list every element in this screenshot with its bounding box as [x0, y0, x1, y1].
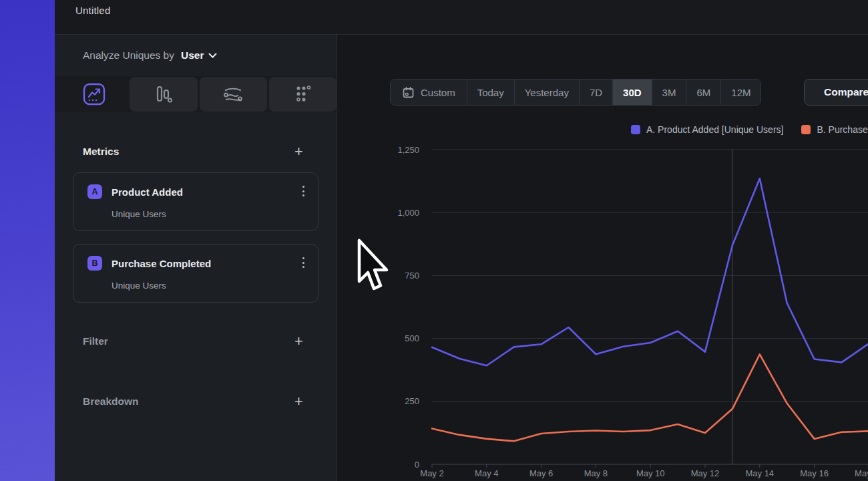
x-axis-tick-label: May 4: [475, 468, 498, 478]
y-axis-tick-label: 750: [405, 271, 419, 281]
metric-measure[interactable]: Unique Users: [112, 209, 166, 219]
add-metric-button[interactable]: +: [294, 147, 304, 156]
tab-line-chart[interactable]: [60, 77, 128, 112]
mouse-cursor-icon: [356, 238, 389, 297]
y-axis-tick-label: 250: [405, 396, 419, 406]
filter-label: Filter: [83, 335, 108, 347]
x-axis-tick-label: May 12: [691, 468, 720, 478]
chart-type-tabs: [55, 76, 337, 112]
x-axis-tick-label: May 2: [420, 468, 443, 478]
y-axis-tick-label: 0: [415, 460, 419, 470]
tab-grid-dots[interactable]: [269, 77, 337, 112]
x-axis-tick-label: May 14: [745, 468, 774, 478]
series-line-b: [432, 354, 868, 441]
legend-label: A. Product Added [Unique Users]: [646, 124, 783, 135]
legend-swatch: [631, 125, 640, 134]
series-line-a: [432, 178, 868, 365]
x-axis-tick-label: May 6: [529, 468, 553, 478]
chart-legend: A. Product Added [Unique Users]B. Purcha…: [631, 123, 868, 136]
range-button-7d[interactable]: 7D: [579, 79, 612, 105]
range-button-3m[interactable]: 3M: [652, 79, 686, 105]
add-filter-button[interactable]: +: [294, 337, 304, 346]
y-axis-tick-label: 500: [405, 333, 419, 343]
report-title[interactable]: Untitled: [75, 5, 110, 16]
range-button-6m[interactable]: 6M: [686, 79, 720, 105]
x-axis-tick-label: May 8: [584, 468, 608, 478]
metric-list: AProduct AddedUnique UsersBPurchase Comp…: [73, 172, 318, 315]
analytics-app-window: Untitled Analyze Uniques by User: [55, 0, 868, 481]
metric-badge-b: B: [87, 256, 102, 271]
kebab-menu-icon[interactable]: [302, 257, 304, 268]
screenshot-stage: Untitled Analyze Uniques by User: [0, 0, 868, 481]
range-button-30d[interactable]: 30D: [612, 79, 652, 105]
grid-dots-icon: [290, 83, 314, 106]
analyze-by-value-dropdown[interactable]: User: [181, 49, 204, 61]
legend-item-b[interactable]: B. Purchase Completed [Unique Users]: [801, 123, 868, 136]
bar-chart-icon: [152, 83, 176, 106]
range-button-yesterday[interactable]: Yesterday: [514, 79, 579, 105]
metric-card-purchase-completed[interactable]: BPurchase CompletedUnique Users: [73, 244, 318, 303]
add-breakdown-button[interactable]: +: [294, 397, 304, 406]
y-axis-tick-label: 1,000: [397, 208, 419, 218]
analyze-by-row: Analyze Uniques by User: [55, 35, 337, 76]
chart-panel: 02505007501,0001,250May 2May 4May 6May 8…: [337, 35, 868, 481]
range-button-custom[interactable]: Custom: [391, 79, 467, 105]
stream-chart-icon: [220, 83, 246, 106]
metrics-title: Metrics: [83, 146, 119, 158]
calendar-icon: [402, 86, 415, 99]
tab-stream-chart[interactable]: [200, 77, 267, 112]
legend-swatch: [801, 125, 811, 134]
metric-measure[interactable]: Unique Users: [112, 281, 166, 291]
breakdown-label: Breakdown: [83, 395, 139, 408]
x-axis-tick-label: May 18: [855, 468, 868, 478]
breakdown-section: Breakdown +: [55, 391, 337, 412]
compare-button[interactable]: Compare: [804, 79, 868, 106]
background-gradient-strip: [0, 0, 55, 481]
legend-label: B. Purchase Completed [Unique Users]: [817, 124, 868, 135]
analyze-by-label: Analyze Uniques by: [83, 49, 174, 61]
metric-badge-a: A: [87, 184, 102, 199]
range-button-12m[interactable]: 12M: [720, 79, 761, 105]
metric-name: Product Added: [112, 186, 183, 198]
date-range-selector: CustomTodayYesterday7D30D3M6M12M: [390, 79, 761, 106]
chevron-down-icon[interactable]: [208, 53, 217, 59]
query-sidebar: Analyze Uniques by User: [55, 35, 337, 481]
filter-section: Filter +: [55, 331, 337, 351]
metric-name: Purchase Completed: [112, 258, 211, 269]
x-axis-tick-label: May 16: [800, 468, 829, 478]
y-axis-tick-label: 1,250: [397, 145, 419, 155]
legend-item-a[interactable]: A. Product Added [Unique Users]: [631, 123, 783, 136]
metrics-header: Metrics +: [55, 142, 337, 162]
metric-card-product-added[interactable]: AProduct AddedUnique Users: [73, 172, 318, 231]
range-button-today[interactable]: Today: [467, 79, 514, 105]
tab-bar-chart[interactable]: [130, 77, 197, 112]
line-chart-icon: [83, 83, 105, 106]
top-bar: Untitled: [55, 0, 868, 35]
x-axis-tick-label: May 10: [636, 468, 665, 478]
kebab-menu-icon[interactable]: [302, 186, 304, 196]
